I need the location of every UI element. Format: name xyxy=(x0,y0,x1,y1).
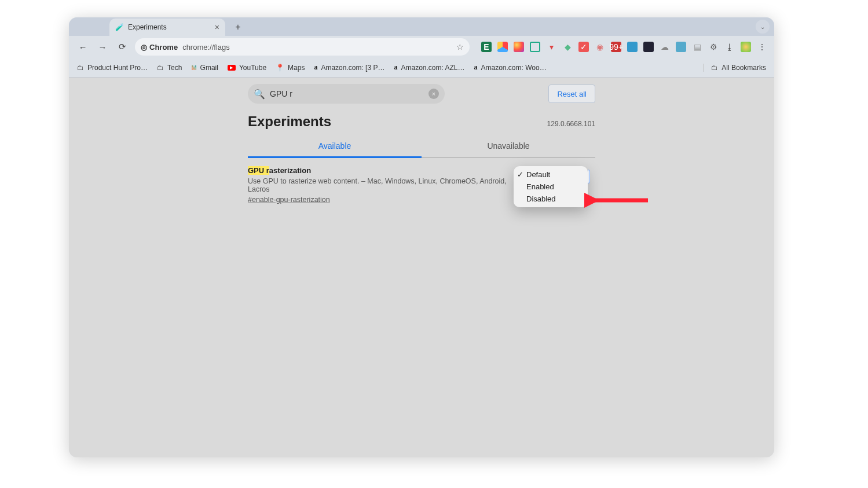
folder-icon xyxy=(711,64,718,72)
flask-icon: 🧪 xyxy=(115,23,123,31)
extension-icons: E ▾ ◆ ✓ ◉ 99+ ☁ ▤ ⚙ ⭳ xyxy=(475,42,767,52)
folder-icon xyxy=(157,64,164,72)
extension-icon-e[interactable]: E xyxy=(481,42,492,52)
bookmark-item[interactable]: ▶YouTube xyxy=(228,64,266,72)
flags-tabs: Available Unavailable xyxy=(248,135,595,158)
flag-title-rest: asterization xyxy=(269,166,311,175)
chip-label: Chrome xyxy=(149,43,178,52)
tabs-overflow-icon[interactable]: ⌄ xyxy=(756,20,770,34)
maps-icon: 📍 xyxy=(276,64,284,72)
forward-button[interactable]: → xyxy=(96,40,109,54)
downloads-icon[interactable]: ⭳ xyxy=(724,42,735,52)
url-text: chrome://flags xyxy=(182,43,230,52)
youtube-icon: ▶ xyxy=(228,65,236,71)
gmail-icon: M xyxy=(191,64,196,71)
bookmarks-bar: Product Hunt Pro… Tech MGmail ▶YouTube 📍… xyxy=(69,58,774,78)
amazon-icon: a xyxy=(314,63,317,72)
menu-icon[interactable] xyxy=(757,42,767,52)
extension-icon-square[interactable] xyxy=(676,42,686,52)
all-bookmarks-button[interactable]: All Bookmarks xyxy=(704,64,766,72)
page-title: Experiments xyxy=(248,113,331,130)
clear-search-icon[interactable]: × xyxy=(428,89,439,99)
bookmark-label: Amazon.com: Woo… xyxy=(481,64,547,72)
bookmark-item[interactable]: 📍Maps xyxy=(276,64,305,72)
bookmark-label: Product Hunt Pro… xyxy=(87,64,148,72)
flags-search-input[interactable]: 🔍 × xyxy=(248,84,445,104)
search-text-field[interactable] xyxy=(270,89,424,98)
chrome-version: 129.0.6668.101 xyxy=(547,120,595,128)
dropdown-option-enabled[interactable]: Enabled xyxy=(514,181,588,193)
bookmark-item[interactable]: aAmazon.com: Woo… xyxy=(474,63,547,72)
extension-icon-todoist[interactable]: ✓ xyxy=(578,42,589,52)
bookmark-label: Maps xyxy=(288,64,305,72)
bookmark-item[interactable]: aAmazon.com: AZL… xyxy=(394,63,464,72)
browser-tab[interactable]: 🧪 Experiments × xyxy=(109,19,225,36)
close-tab-icon[interactable]: × xyxy=(215,23,219,32)
flag-item: GPU rasterization Use GPU to rasterize w… xyxy=(248,166,595,204)
extensions-puzzle-icon[interactable]: ⚙ xyxy=(708,42,719,52)
extension-icon-instagram[interactable] xyxy=(514,42,524,52)
extension-icon-pocket[interactable]: ▾ xyxy=(546,42,556,52)
bookmark-label: Amazon.com: AZL… xyxy=(401,64,464,72)
dropdown-option-disabled[interactable]: Disabled xyxy=(514,193,588,205)
browser-window: 🧪 Experiments × + ⌄ ← → ⟳ ◎ Chrome chrom… xyxy=(69,17,774,457)
tab-unavailable[interactable]: Unavailable xyxy=(422,135,595,157)
chrome-chip: ◎ Chrome xyxy=(141,43,178,52)
highlight-text: GPU r xyxy=(248,166,269,175)
address-bar[interactable]: ◎ Chrome chrome://flags ☆ xyxy=(135,38,470,56)
tab-strip: 🧪 Experiments × + ⌄ xyxy=(69,17,774,36)
bookmark-label: Tech xyxy=(167,64,182,72)
extension-icon-shield[interactable]: ◆ xyxy=(562,42,573,52)
flag-anchor-link[interactable]: #enable-gpu-rasterization xyxy=(248,196,330,204)
search-row: 🔍 × Reset all xyxy=(248,78,595,110)
page-content: 🔍 × Reset all Experiments 129.0.6668.101… xyxy=(69,78,774,457)
extension-icon-spiral[interactable]: ◉ xyxy=(595,42,605,52)
chrome-icon: ◎ xyxy=(141,43,147,52)
extension-icon-grammarly[interactable] xyxy=(530,42,540,52)
toolbar: ← → ⟳ ◎ Chrome chrome://flags ☆ E ▾ ◆ ✓ … xyxy=(69,36,774,58)
bookmark-label: YouTube xyxy=(239,64,266,72)
extension-icon-gray[interactable]: ▤ xyxy=(692,42,702,52)
reload-button[interactable]: ⟳ xyxy=(115,40,129,54)
bookmark-label: Amazon.com: [3 P… xyxy=(321,64,384,72)
select-outline xyxy=(588,170,590,184)
bookmark-item[interactable]: MGmail xyxy=(191,64,218,72)
folder-icon xyxy=(77,64,84,72)
back-button[interactable]: ← xyxy=(76,40,90,54)
flag-dropdown-open[interactable]: Default Enabled Disabled xyxy=(514,166,588,207)
bookmark-item[interactable]: Product Hunt Pro… xyxy=(77,64,148,72)
all-bookmarks-label: All Bookmarks xyxy=(721,64,766,72)
extension-icon-pie[interactable] xyxy=(497,42,508,52)
dropdown-option-default[interactable]: Default xyxy=(514,168,588,181)
flag-description: Use GPU to rasterize web content. – Mac,… xyxy=(248,177,514,193)
profile-avatar-icon[interactable] xyxy=(741,42,751,52)
new-tab-button[interactable]: + xyxy=(231,20,245,34)
bookmark-star-icon[interactable]: ☆ xyxy=(456,42,464,52)
tab-available[interactable]: Available xyxy=(248,135,422,158)
bookmark-item[interactable]: aAmazon.com: [3 P… xyxy=(314,63,384,72)
bookmark-item[interactable]: Tech xyxy=(157,64,182,72)
extension-icon-cloud[interactable]: ☁ xyxy=(660,42,670,52)
amazon-icon: a xyxy=(394,63,397,72)
tab-title: Experiments xyxy=(128,23,167,31)
search-icon: 🔍 xyxy=(254,89,265,100)
amazon-icon: a xyxy=(474,63,478,72)
extension-icon-99plus[interactable]: 99+ xyxy=(611,42,621,52)
extension-icon-dark[interactable] xyxy=(643,42,654,52)
bookmark-label: Gmail xyxy=(200,64,218,72)
reset-all-button[interactable]: Reset all xyxy=(548,85,595,103)
extension-icon-blue-circle[interactable] xyxy=(627,42,638,52)
